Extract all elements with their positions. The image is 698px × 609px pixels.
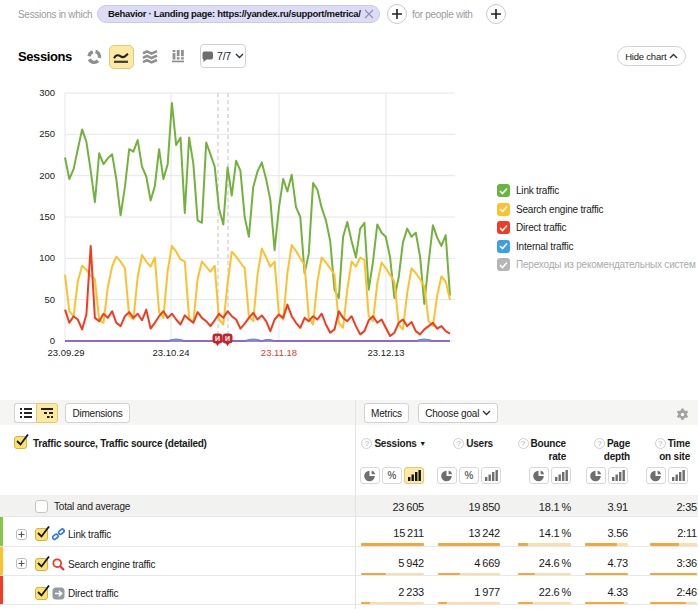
svg-text:0: 0 — [50, 335, 55, 346]
svg-text:И: И — [215, 335, 220, 342]
svg-text:200: 200 — [39, 170, 55, 181]
svg-text:100: 100 — [39, 252, 55, 263]
svg-text:23.11.18: 23.11.18 — [261, 347, 297, 358]
svg-text:150: 150 — [39, 211, 55, 222]
svg-text:23.10.24: 23.10.24 — [153, 347, 190, 358]
svg-text:И: И — [225, 335, 230, 342]
svg-text:250: 250 — [39, 128, 55, 139]
svg-text:23.09.29: 23.09.29 — [48, 347, 85, 358]
svg-text:50: 50 — [44, 294, 55, 305]
svg-text:300: 300 — [39, 87, 55, 98]
svg-text:23.12.13: 23.12.13 — [368, 347, 405, 358]
